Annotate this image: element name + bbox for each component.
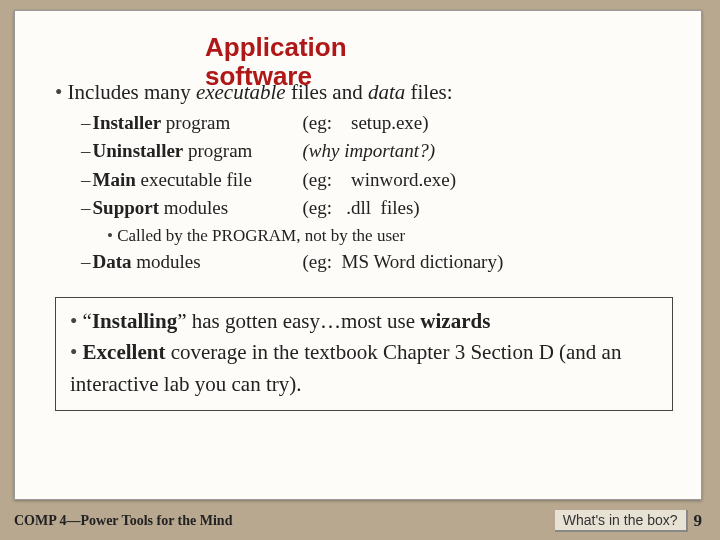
footer: COMP 4—Power Tools for the Mind What's i…	[14, 510, 702, 532]
note-box: “Installing” has gotten easy…most use wi…	[55, 297, 673, 412]
subnote-program: Called by the PROGRAM, not by the user	[107, 223, 673, 249]
item-main: Main executable file (eg: winword.exe)	[81, 166, 673, 195]
item-installer: Installer program (eg: setup.exe)	[81, 109, 673, 138]
item-data: Data modules (eg: MS Word dictionary)	[81, 248, 673, 277]
note-coverage: Excellent coverage in the textbook Chapt…	[70, 337, 658, 400]
slide: Application software Includes many execu…	[14, 10, 702, 500]
item-uninstaller: Uninstaller program (why important?)	[81, 137, 673, 166]
page-number: 9	[694, 511, 703, 531]
slide-title: Application software	[205, 33, 405, 90]
note-installing: “Installing” has gotten easy…most use wi…	[70, 306, 658, 338]
slide-content: Includes many executable files and data …	[55, 77, 673, 411]
item-support: Support modules (eg: .dll files)	[81, 194, 673, 223]
footer-course: COMP 4—Power Tools for the Mind	[14, 513, 232, 529]
footer-box: What's in the box?	[555, 510, 688, 532]
